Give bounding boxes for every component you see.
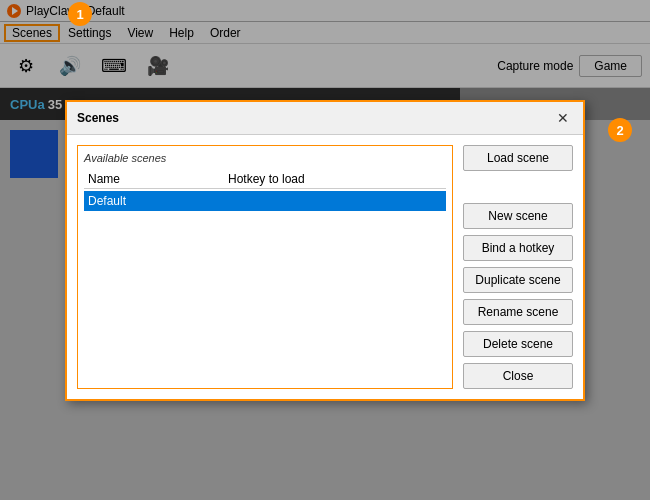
new-scene-button[interactable]: New scene <box>463 203 573 229</box>
col-hotkey-header: Hotkey to load <box>224 170 446 188</box>
close-button[interactable]: Close <box>463 363 573 389</box>
scenes-dialog: Scenes ✕ Available scenes Name Hotkey to… <box>65 100 585 401</box>
annotation-2: 2 <box>608 118 632 142</box>
available-scenes-label: Available scenes <box>84 152 446 164</box>
scenes-list-area: Available scenes Name Hotkey to load Def… <box>77 145 453 389</box>
scenes-table-header: Name Hotkey to load <box>84 170 446 189</box>
col-name-header: Name <box>84 170 224 188</box>
delete-scene-button[interactable]: Delete scene <box>463 331 573 357</box>
dialog-body: Available scenes Name Hotkey to load Def… <box>67 135 583 399</box>
scene-row[interactable]: Default <box>84 191 446 211</box>
rename-scene-button[interactable]: Rename scene <box>463 299 573 325</box>
duplicate-scene-button[interactable]: Duplicate scene <box>463 267 573 293</box>
load-scene-button[interactable]: Load scene <box>463 145 573 171</box>
scene-name: Default <box>88 194 228 208</box>
scene-hotkey <box>228 194 442 208</box>
dialog-title: Scenes <box>77 111 119 125</box>
dialog-title-bar: Scenes ✕ <box>67 102 583 135</box>
buttons-panel: Load scene New scene Bind a hotkey Dupli… <box>463 145 573 389</box>
annotation-1: 1 <box>68 2 92 26</box>
dialog-close-button[interactable]: ✕ <box>553 108 573 128</box>
bind-hotkey-button[interactable]: Bind a hotkey <box>463 235 573 261</box>
modal-overlay: 2 Scenes ✕ Available scenes Name Hotkey … <box>0 0 650 500</box>
